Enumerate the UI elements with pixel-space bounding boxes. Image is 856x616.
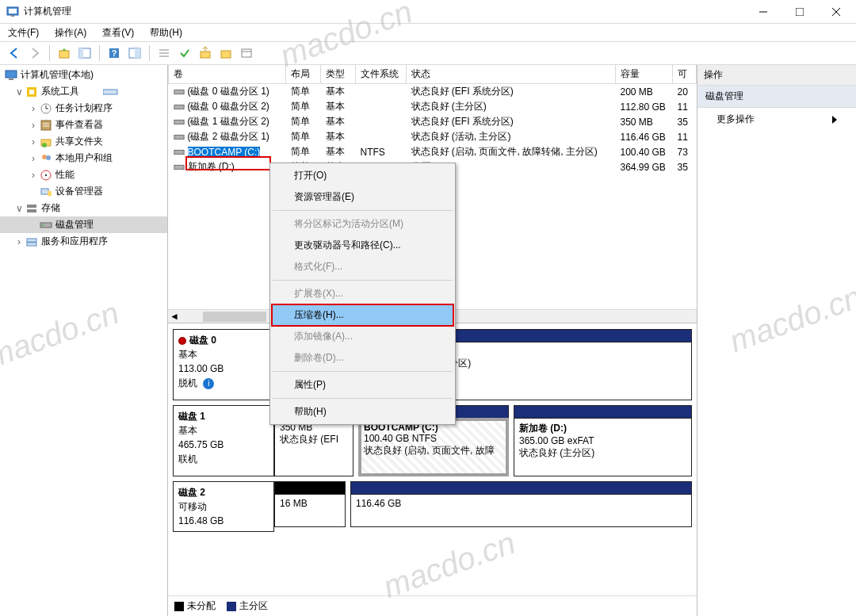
actions-panel: 操作 磁盘管理 更多操作 (697, 65, 856, 616)
properties-icon[interactable] (125, 44, 144, 63)
ctx-explorer[interactable]: 资源管理器(E) (272, 186, 453, 208)
ctx-format[interactable]: 格式化(F)... (272, 256, 453, 277)
table-row[interactable]: (磁盘 1 磁盘分区 2)简单基本状态良好 (EFI 系统分区)350 MB35 (169, 114, 697, 129)
svg-rect-45 (27, 243, 36, 246)
svg-rect-39 (48, 191, 52, 196)
disk1-size: 465.75 GB (178, 438, 269, 452)
disk0-type: 基本 (178, 347, 269, 362)
tree-devmgr[interactable]: 设备管理器 (0, 183, 167, 200)
disk0-size: 113.00 GB (178, 362, 269, 376)
svg-rect-44 (27, 239, 36, 242)
disk1-part2-bootcamp[interactable]: BOOTCAMP (C:) 100.40 GB NTFS 状态良好 (启动, 页… (358, 418, 509, 476)
back-button[interactable] (5, 44, 24, 63)
svg-rect-17 (201, 52, 210, 58)
disk1-part3[interactable]: 新加卷 (D:) 365.00 GB exFAT 状态良好 (主分区) (514, 418, 692, 476)
maximize-button[interactable] (781, 0, 818, 24)
tree-users[interactable]: ›本地用户和组 (0, 150, 167, 166)
table-row[interactable]: BOOTCAMP (C:)简单基本NTFS状态良好 (启动, 页面文件, 故障转… (169, 144, 697, 159)
tree-users-label: 本地用户和组 (55, 151, 113, 165)
tree-shared[interactable]: ›共享文件夹 (0, 133, 167, 150)
ctx-props[interactable]: 属性(P) (272, 374, 453, 396)
tree-storage[interactable]: ∨存储 (0, 200, 167, 216)
tree-services[interactable]: ›服务和应用程序 (0, 233, 167, 250)
actions-more[interactable]: 更多操作 (697, 108, 856, 131)
col-fs[interactable]: 文件系统 (356, 65, 407, 84)
disk2-size: 116.48 GB (178, 514, 269, 528)
svg-rect-40 (27, 205, 36, 208)
tree-scheduler[interactable]: ›任务计划程序 (0, 100, 167, 117)
menu-help[interactable]: 帮助(H) (147, 25, 185, 41)
drive-icon (103, 88, 119, 96)
disk1-part1-status: 状态良好 (EFI (280, 433, 348, 446)
app-icon (6, 6, 19, 18)
menu-file[interactable]: 文件(F) (5, 25, 42, 41)
tree-perf-label: 性能 (55, 168, 75, 182)
menu-view[interactable]: 查看(V) (99, 25, 137, 41)
col-layout[interactable]: 布局 (286, 65, 321, 84)
list-icon[interactable] (155, 44, 174, 63)
tree-eventvwr[interactable]: ›事件查看器 (0, 117, 167, 133)
table-row[interactable]: (磁盘 0 磁盘分区 2)简单基本状态良好 (主分区)112.80 GB11 (169, 99, 697, 114)
disk1-part3-name: 新加卷 (D:) (519, 422, 686, 435)
tree-storage-label: 存储 (41, 201, 60, 215)
volume-table[interactable]: 卷 布局 类型 文件系统 状态 容量 可 (磁盘 0 磁盘分区 1)简单基本状态… (168, 65, 697, 174)
col-type[interactable]: 类型 (321, 65, 356, 84)
ctx-mirror[interactable]: 添加镜像(A)... (272, 326, 453, 347)
help-icon[interactable]: ? (105, 44, 124, 63)
svg-rect-48 (174, 120, 183, 124)
svg-rect-50 (174, 150, 183, 154)
ctx-shrink[interactable]: 压缩卷(H)... (272, 304, 453, 326)
ctx-delete[interactable]: 删除卷(D)... (272, 347, 453, 369)
disk2-type: 可移动 (178, 499, 269, 514)
ctx-extend[interactable]: 扩展卷(X)... (272, 283, 453, 304)
forward-button[interactable] (25, 44, 44, 63)
svg-point-34 (42, 155, 47, 159)
col-status[interactable]: 状态 (407, 65, 616, 84)
disk2-info[interactable]: 磁盘 2 可移动 116.48 GB (173, 481, 274, 532)
check-icon[interactable] (175, 44, 194, 63)
show-hide-tree-button[interactable] (75, 44, 94, 63)
disk1-info[interactable]: 磁盘 1 基本 465.75 GB 联机 (173, 405, 274, 476)
folder-up-icon[interactable] (196, 44, 215, 63)
clock-icon (40, 102, 52, 115)
svg-rect-51 (174, 165, 183, 169)
folder-icon[interactable] (216, 44, 235, 63)
table-row[interactable]: (磁盘 2 磁盘分区 1)简单基本状态良好 (活动, 主分区)116.46 GB… (169, 129, 697, 144)
svg-rect-25 (103, 90, 117, 94)
tree-systools-label: 系统工具 (41, 85, 79, 98)
svg-rect-49 (174, 135, 183, 139)
up-button[interactable] (55, 44, 74, 63)
context-menu[interactable]: 打开(O) 资源管理器(E) 将分区标记为活动分区(M) 更改驱动器号和路径(C… (269, 163, 456, 425)
col-free[interactable]: 可 (673, 65, 697, 84)
legend-primary: 主分区 (239, 600, 268, 611)
svg-rect-22 (9, 78, 13, 80)
actions-section-diskmgmt[interactable]: 磁盘管理 (697, 86, 856, 108)
table-row[interactable]: (磁盘 0 磁盘分区 1)简单基本状态良好 (EFI 系统分区)200 MB20 (169, 84, 697, 100)
info-icon[interactable]: i (203, 378, 214, 389)
disk2-part1[interactable]: 16 MB (274, 494, 346, 527)
minimize-button[interactable] (745, 0, 781, 24)
svg-rect-38 (41, 189, 48, 194)
detail-icon[interactable] (237, 44, 256, 63)
close-button[interactable] (818, 0, 854, 24)
tree-scheduler-label: 任务计划程序 (55, 101, 113, 115)
disk1-part1[interactable]: 350 MB 状态良好 (EFI (274, 418, 353, 476)
disk0-info[interactable]: 磁盘 0 基本 113.00 GB 脱机 i (173, 329, 274, 400)
services-icon (25, 235, 38, 248)
tools-icon (25, 86, 38, 98)
menu-action[interactable]: 操作(A) (52, 25, 90, 41)
disk2-part2[interactable]: 116.46 GB (350, 494, 692, 527)
svg-rect-7 (59, 51, 69, 58)
ctx-help[interactable]: 帮助(H) (272, 401, 453, 423)
nav-tree[interactable]: 计算机管理(本地) ∨ 系统工具 ›任务计划程序 ›事件查看器 ›共享文件夹 ›… (0, 65, 168, 616)
tree-diskmgmt[interactable]: 磁盘管理 (0, 216, 167, 233)
ctx-markactive[interactable]: 将分区标记为活动分区(M) (272, 213, 453, 235)
ctx-changeletter[interactable]: 更改驱动器号和路径(C)... (272, 235, 453, 256)
tree-perf[interactable]: ›性能 (0, 166, 167, 183)
ctx-open[interactable]: 打开(O) (272, 165, 453, 186)
col-cap[interactable]: 容量 (616, 65, 673, 84)
tree-systools[interactable]: ∨ 系统工具 (0, 83, 167, 100)
tree-root[interactable]: 计算机管理(本地) (0, 67, 167, 83)
menubar: 文件(F) 操作(A) 查看(V) 帮助(H) (0, 24, 856, 41)
col-volume[interactable]: 卷 (169, 65, 286, 84)
